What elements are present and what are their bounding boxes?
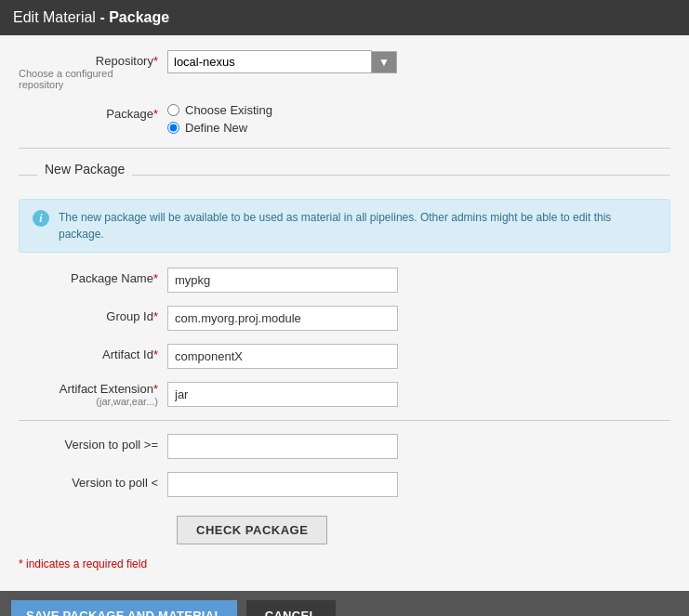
section-divider [19, 148, 670, 149]
group-id-input[interactable] [167, 306, 398, 331]
footer-bar: SAVE PACKAGE AND MATERIAL CANCEL [0, 591, 689, 616]
required-note: * indicates a required field [19, 552, 670, 576]
repository-required: * [153, 54, 158, 68]
radio-choose-existing-text: Choose Existing [185, 103, 272, 117]
check-package-wrap: CHECK PACKAGE [19, 510, 670, 544]
artifact-id-input[interactable] [167, 344, 398, 369]
cancel-button[interactable]: CANCEL [246, 600, 336, 616]
package-label: Package* [106, 107, 158, 121]
version-gte-row: Version to poll >= [19, 434, 670, 459]
info-box: i The new package will be available to b… [19, 199, 670, 253]
repository-select[interactable]: local-nexus remote-nexus central [167, 50, 372, 73]
version-gte-wrap [167, 434, 670, 459]
artifact-id-row: Artifact Id* [19, 344, 670, 369]
version-lt-label: Version to poll < [72, 476, 158, 490]
main-content: Repository* Choose a configured reposito… [0, 35, 689, 591]
title-separator: - [99, 9, 109, 25]
version-gte-label: Version to poll >= [65, 438, 158, 452]
radio-define-new-label[interactable]: Define New [167, 121, 670, 135]
repository-row: Repository* Choose a configured reposito… [19, 50, 670, 90]
info-icon: i [33, 210, 49, 227]
group-id-row: Group Id* [19, 306, 670, 331]
package-name-input[interactable] [167, 268, 398, 293]
repository-label: Repository* [96, 54, 158, 68]
package-name-wrap [167, 268, 670, 293]
version-gte-input[interactable] [167, 434, 398, 459]
artifact-ext-wrap [167, 382, 670, 407]
section-title: New Package [37, 162, 132, 177]
version-lt-input[interactable] [167, 472, 398, 497]
select-arrow-icon[interactable]: ▼ [372, 51, 397, 73]
package-row: Package* Choose Existing Define New [19, 103, 670, 135]
artifact-id-label: Artifact Id* [102, 347, 158, 361]
title-bar: Edit Material - Package [0, 0, 689, 35]
package-options: Choose Existing Define New [167, 103, 670, 135]
artifact-ext-label-wrap: Artifact Extension* (jar,war,ear...) [19, 382, 167, 407]
artifact-ext-sublabel: (jar,war,ear...) [96, 396, 158, 407]
radio-choose-existing-label[interactable]: Choose Existing [167, 103, 670, 117]
radio-define-new[interactable] [167, 122, 179, 134]
package-name-label: Package Name* [71, 271, 158, 285]
radio-choose-existing[interactable] [167, 104, 179, 116]
title-line-left [19, 175, 37, 176]
package-required: * [153, 107, 158, 121]
check-package-button[interactable]: CHECK PACKAGE [177, 516, 327, 544]
package-name-row: Package Name* [19, 268, 670, 293]
info-text: The new package will be available to be … [59, 209, 656, 242]
package-radio-group: Choose Existing Define New [167, 103, 670, 135]
group-id-wrap [167, 306, 670, 331]
title-line-right [132, 175, 670, 176]
save-button[interactable]: SAVE PACKAGE AND MATERIAL [11, 600, 237, 616]
artifact-ext-input[interactable] [167, 382, 398, 407]
new-package-section: New Package i The new package will be av… [19, 162, 670, 544]
title-suffix: Package [109, 9, 169, 25]
title-prefix: Edit Material [13, 9, 96, 25]
version-lt-row: Version to poll < [19, 472, 670, 497]
repository-select-wrap: local-nexus remote-nexus central ▼ [167, 50, 670, 73]
radio-define-new-text: Define New [185, 121, 247, 135]
version-lt-wrap [167, 472, 670, 497]
artifact-id-wrap [167, 344, 670, 369]
repository-sublabel: Choose a configured repository [19, 68, 158, 90]
group-id-label: Group Id* [106, 309, 158, 323]
artifact-ext-row: Artifact Extension* (jar,war,ear...) [19, 382, 670, 407]
version-divider [19, 420, 670, 421]
